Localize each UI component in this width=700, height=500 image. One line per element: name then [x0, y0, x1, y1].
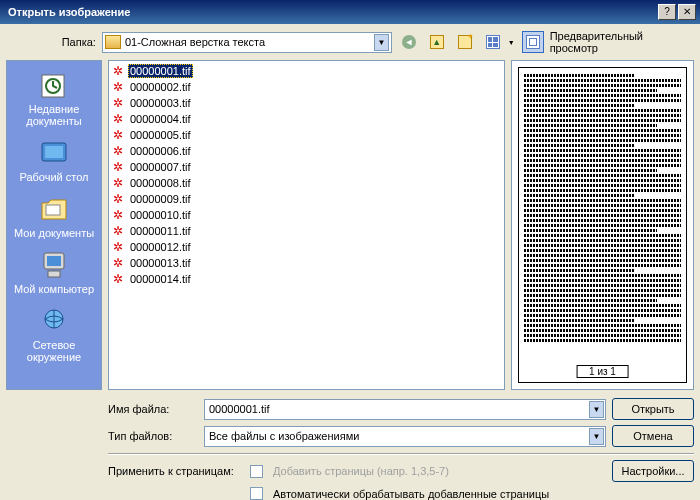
file-item[interactable]: ✲00000009.tif — [111, 191, 502, 207]
folder-icon — [105, 35, 121, 49]
tif-file-icon: ✲ — [111, 96, 125, 110]
svg-rect-6 — [47, 256, 61, 266]
tif-file-icon: ✲ — [111, 128, 125, 142]
preview-toggle[interactable] — [522, 31, 544, 53]
file-item[interactable]: ✲00000004.tif — [111, 111, 502, 127]
window-title: Открыть изображение — [4, 6, 656, 18]
chevron-down-icon[interactable]: ▼ — [374, 34, 389, 51]
document-thumbnail — [524, 74, 681, 342]
preview-toggle-label[interactable]: Предварительный просмотр — [550, 30, 694, 54]
separator — [108, 453, 694, 454]
up-button[interactable]: ▲ — [426, 31, 448, 53]
mydocs-icon — [38, 193, 70, 225]
preview-page: 1 из 1 — [518, 67, 687, 383]
file-item[interactable]: ✲00000012.tif — [111, 239, 502, 255]
file-item[interactable]: ✲00000006.tif — [111, 143, 502, 159]
tif-file-icon: ✲ — [111, 64, 125, 78]
file-item[interactable]: ✲00000005.tif — [111, 127, 502, 143]
folder-select[interactable]: 01-Сложная верстка текста ▼ — [102, 32, 392, 53]
file-name: 00000006.tif — [128, 145, 193, 157]
desktop-icon — [38, 137, 70, 169]
settings-button[interactable]: Настройки... — [612, 460, 694, 482]
file-item[interactable]: ✲00000013.tif — [111, 255, 502, 271]
file-item[interactable]: ✲00000002.tif — [111, 79, 502, 95]
svg-rect-3 — [45, 146, 63, 158]
tif-file-icon: ✲ — [111, 160, 125, 174]
preview-pane: 1 из 1 — [511, 60, 694, 390]
tif-file-icon: ✲ — [111, 112, 125, 126]
file-item[interactable]: ✲00000014.tif — [111, 271, 502, 287]
new-folder-button[interactable] — [454, 31, 476, 53]
file-name: 00000010.tif — [128, 209, 193, 221]
file-name: 00000003.tif — [128, 97, 193, 109]
tif-file-icon: ✲ — [111, 192, 125, 206]
place-desktop[interactable]: Рабочий стол — [12, 135, 96, 189]
tif-file-icon: ✲ — [111, 144, 125, 158]
tif-file-icon: ✲ — [111, 176, 125, 190]
tif-file-icon: ✲ — [111, 208, 125, 222]
file-name: 00000012.tif — [128, 241, 193, 253]
pager-label: 1 из 1 — [576, 365, 629, 378]
place-mycomputer[interactable]: Мой компьютер — [12, 247, 96, 301]
add-pages-label: Добавить страницы (напр. 1,3,5-7) — [273, 465, 606, 477]
tif-file-icon: ✲ — [111, 272, 125, 286]
file-name: 00000011.tif — [128, 225, 193, 237]
folder-label: Папка: — [52, 36, 96, 48]
file-name: 00000009.tif — [128, 193, 193, 205]
cancel-button[interactable]: Отмена — [612, 425, 694, 447]
filetype-label: Тип файлов: — [108, 430, 198, 442]
network-icon — [38, 305, 70, 337]
tif-file-icon: ✲ — [111, 224, 125, 238]
file-name: 00000014.tif — [128, 273, 193, 285]
file-name: 00000004.tif — [128, 113, 193, 125]
titlebar: Открыть изображение ? ✕ — [0, 0, 700, 24]
file-name: 00000005.tif — [128, 129, 193, 141]
open-button[interactable]: Открыть — [612, 398, 694, 420]
file-list[interactable]: ✲00000001.tif✲00000002.tif✲00000003.tif✲… — [108, 60, 505, 390]
file-name: 00000008.tif — [128, 177, 193, 189]
file-name: 00000007.tif — [128, 161, 193, 173]
recent-icon — [38, 69, 70, 101]
svg-rect-7 — [48, 271, 60, 277]
close-button[interactable]: ✕ — [678, 4, 696, 20]
file-name: 00000001.tif — [128, 64, 193, 78]
place-recent[interactable]: Недавние документы — [12, 67, 96, 133]
apply-pages-label: Применить к страницам: — [108, 465, 244, 477]
tif-file-icon: ✲ — [111, 240, 125, 254]
auto-process-checkbox[interactable] — [250, 487, 263, 500]
file-item[interactable]: ✲00000011.tif — [111, 223, 502, 239]
add-pages-checkbox[interactable] — [250, 465, 263, 478]
chevron-down-icon[interactable]: ▼ — [589, 401, 604, 418]
file-item[interactable]: ✲00000003.tif — [111, 95, 502, 111]
file-item[interactable]: ✲00000010.tif — [111, 207, 502, 223]
filetype-select[interactable]: Все файлы с изображениями ▼ — [204, 426, 606, 447]
file-item[interactable]: ✲00000008.tif — [111, 175, 502, 191]
places-bar: Недавние документы Рабочий стол Мои доку… — [6, 60, 102, 390]
filename-label: Имя файла: — [108, 403, 198, 415]
file-item[interactable]: ✲00000007.tif — [111, 159, 502, 175]
help-button[interactable]: ? — [658, 4, 676, 20]
svg-rect-4 — [46, 205, 60, 215]
filename-input[interactable]: 00000001.tif ▼ — [204, 399, 606, 420]
mycomputer-icon — [38, 249, 70, 281]
file-item[interactable]: ✲00000001.tif — [111, 63, 502, 79]
chevron-down-icon[interactable]: ▼ — [589, 428, 604, 445]
view-dropdown-icon[interactable]: ▼ — [508, 39, 516, 46]
file-name: 00000002.tif — [128, 81, 193, 93]
place-mydocs[interactable]: Мои документы — [12, 191, 96, 245]
view-button[interactable] — [482, 31, 504, 53]
file-name: 00000013.tif — [128, 257, 193, 269]
auto-process-label: Автоматически обрабатывать добавленные с… — [273, 488, 549, 500]
tif-file-icon: ✲ — [111, 80, 125, 94]
place-network[interactable]: Сетевое окружение — [12, 303, 96, 369]
tif-file-icon: ✲ — [111, 256, 125, 270]
back-button[interactable]: ◄ — [398, 31, 420, 53]
